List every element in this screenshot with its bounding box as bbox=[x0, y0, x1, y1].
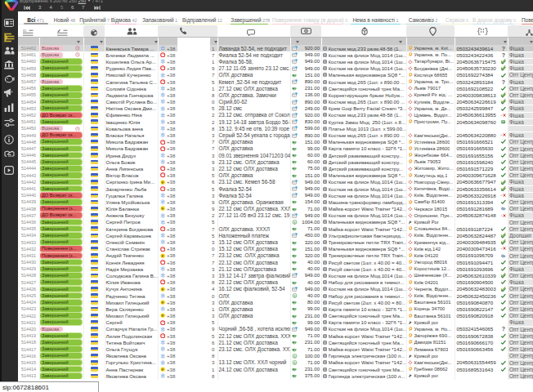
svg-text:ID: ID bbox=[23, 29, 26, 33]
svg-text:}: } bbox=[484, 28, 488, 35]
svg-text:{: { bbox=[477, 28, 481, 35]
